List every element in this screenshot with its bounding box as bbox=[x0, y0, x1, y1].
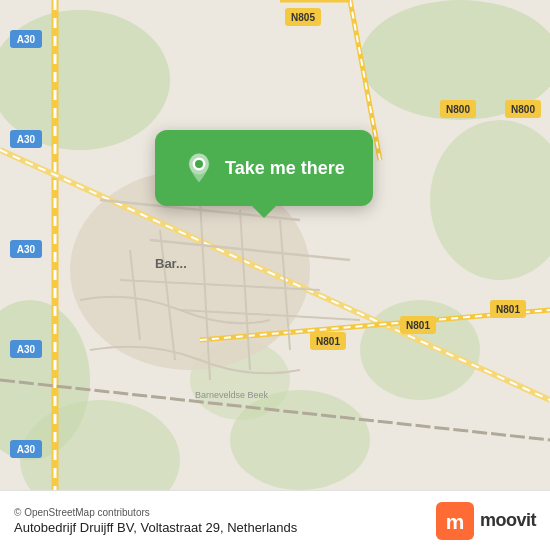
map-view[interactable]: A30 A30 A30 A30 A30 N805 N800 N800 N801 … bbox=[0, 0, 550, 490]
svg-text:A30: A30 bbox=[17, 244, 36, 255]
moovit-icon: m bbox=[436, 502, 474, 540]
place-info: © OpenStreetMap contributors Autobedrijf… bbox=[14, 507, 297, 535]
svg-point-55 bbox=[195, 160, 203, 168]
map-attribution: © OpenStreetMap contributors bbox=[14, 507, 297, 518]
svg-text:N801: N801 bbox=[316, 336, 340, 347]
location-pin-icon bbox=[183, 152, 215, 184]
navigation-popup[interactable]: Take me there bbox=[155, 130, 373, 206]
svg-text:N801: N801 bbox=[406, 320, 430, 331]
svg-text:Bar...: Bar... bbox=[155, 256, 187, 271]
svg-text:m: m bbox=[446, 509, 465, 532]
svg-text:A30: A30 bbox=[17, 34, 36, 45]
svg-text:A30: A30 bbox=[17, 444, 36, 455]
svg-text:N800: N800 bbox=[446, 104, 470, 115]
svg-text:N801: N801 bbox=[496, 304, 520, 315]
svg-text:N805: N805 bbox=[291, 12, 315, 23]
svg-point-4 bbox=[360, 300, 480, 400]
moovit-text: moovit bbox=[480, 510, 536, 531]
take-me-there-button[interactable]: Take me there bbox=[225, 158, 345, 179]
svg-text:N800: N800 bbox=[511, 104, 535, 115]
moovit-logo: m moovit bbox=[436, 502, 536, 540]
svg-text:Barneveldse Beek: Barneveldse Beek bbox=[195, 390, 269, 400]
bottom-bar: © OpenStreetMap contributors Autobedrijf… bbox=[0, 490, 550, 550]
place-name: Autobedrijf Druijff BV, Voltastraat 29, … bbox=[14, 520, 297, 535]
svg-text:A30: A30 bbox=[17, 344, 36, 355]
svg-text:A30: A30 bbox=[17, 134, 36, 145]
